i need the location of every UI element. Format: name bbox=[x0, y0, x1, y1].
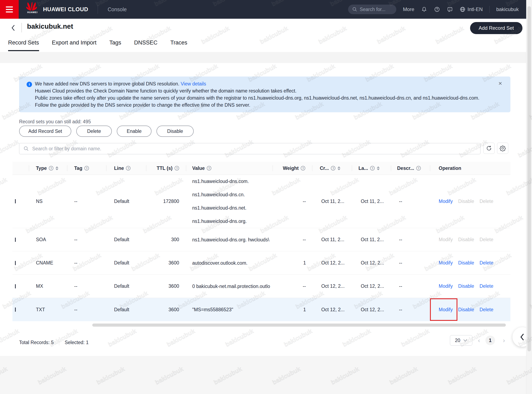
disable-link[interactable]: Disable bbox=[458, 260, 474, 266]
tab-traces[interactable]: Traces bbox=[170, 40, 187, 51]
tab-export-and-import[interactable]: Export and Import bbox=[52, 40, 97, 51]
delete-button[interactable]: Delete bbox=[76, 126, 112, 137]
search-input[interactable] bbox=[32, 146, 476, 152]
cell-ttl: 3600 bbox=[146, 275, 186, 298]
cell-line: Default bbox=[106, 298, 146, 321]
delete-link[interactable]: Delete bbox=[479, 307, 493, 312]
watermark-text: bakicubuk bbox=[317, 25, 348, 46]
view-details-link[interactable]: View details bbox=[181, 81, 206, 87]
watermark-text: bakicubuk bbox=[400, 327, 431, 348]
cell-updated: Oct 12, 2... bbox=[352, 251, 391, 275]
column-header-value: Value? bbox=[186, 162, 273, 175]
banner-close-icon[interactable]: × bbox=[498, 80, 502, 87]
page-size-select[interactable]: 20 bbox=[450, 335, 472, 346]
vertical-scrollbar[interactable] bbox=[526, 0, 532, 394]
cell-ttl: 172800 bbox=[146, 175, 186, 228]
column-label: La... bbox=[358, 166, 368, 171]
sort-icon[interactable] bbox=[338, 166, 340, 170]
table-row-soa[interactable]: SOA--Default300ns1.huaweicloud-dns.org. … bbox=[12, 228, 510, 251]
help-icon[interactable] bbox=[434, 6, 440, 12]
modify-link[interactable]: Modify bbox=[439, 199, 453, 204]
sort-up-icon bbox=[377, 166, 380, 168]
disable-button[interactable]: Disable bbox=[157, 126, 194, 137]
disable-link[interactable]: Disable bbox=[458, 307, 474, 312]
tab-dnssec[interactable]: DNSSEC bbox=[134, 40, 158, 51]
row-checkbox-partial[interactable] bbox=[15, 284, 16, 288]
feedback-icon[interactable] bbox=[447, 6, 453, 12]
cell-line: Default bbox=[106, 175, 146, 228]
checkbox-cell bbox=[12, 228, 29, 251]
checkbox-cell bbox=[12, 275, 29, 298]
help-icon[interactable]: ? bbox=[49, 166, 53, 171]
language-selector[interactable]: Intl-EN bbox=[460, 6, 483, 12]
hamburger-menu-button[interactable] bbox=[0, 0, 19, 19]
table-search-box[interactable] bbox=[19, 143, 481, 154]
row-checkbox-partial[interactable] bbox=[15, 238, 16, 242]
cell-ops: ModifyDisableDelete bbox=[430, 298, 510, 321]
help-icon[interactable]: ? bbox=[126, 166, 131, 171]
table-row-mx[interactable]: MX--Default36000 bakicubuk-net.mail.prot… bbox=[12, 275, 510, 298]
row-checkbox-partial[interactable] bbox=[15, 307, 16, 312]
help-icon[interactable]: ? bbox=[174, 166, 179, 171]
previous-page-button[interactable]: ‹ bbox=[478, 337, 480, 344]
cell-value: autodiscover.outlook.com. bbox=[186, 251, 273, 275]
page-title: bakicubuk.net bbox=[27, 22, 73, 30]
row-checkbox-partial[interactable] bbox=[15, 199, 16, 203]
modify-link[interactable]: Modify bbox=[439, 260, 453, 266]
refresh-button[interactable] bbox=[483, 143, 495, 154]
modify-link[interactable]: Modify bbox=[439, 307, 453, 312]
sort-up-icon bbox=[56, 166, 58, 168]
delete-link: Delete bbox=[479, 199, 493, 204]
gear-icon bbox=[500, 145, 506, 151]
delete-link[interactable]: Delete bbox=[479, 283, 493, 289]
table-row-cname[interactable]: CNAME--Default3600autodiscover.outlook.c… bbox=[12, 251, 510, 275]
more-menu[interactable]: More bbox=[403, 6, 414, 12]
vertical-scrollbar-thumb[interactable] bbox=[527, 6, 531, 351]
notifications-bell-icon[interactable] bbox=[421, 6, 427, 12]
sort-icon[interactable] bbox=[56, 166, 58, 170]
cell-created: Oct 12, 2... bbox=[312, 251, 352, 275]
delete-link[interactable]: Delete bbox=[479, 260, 493, 266]
column-header-weight: Weight? bbox=[273, 162, 312, 175]
watermark-text: bakicubuk bbox=[166, 327, 196, 348]
help-icon[interactable]: ? bbox=[301, 166, 305, 171]
header-search[interactable]: Search for... bbox=[348, 5, 396, 14]
horizontal-scrollbar[interactable] bbox=[92, 323, 506, 327]
chevron-left-icon bbox=[519, 333, 525, 341]
cell-type: TXT bbox=[29, 298, 67, 321]
help-icon[interactable]: ? bbox=[207, 166, 211, 171]
help-icon[interactable]: ? bbox=[331, 166, 335, 171]
section-separator-band bbox=[0, 52, 532, 63]
disable-link[interactable]: Disable bbox=[458, 283, 474, 289]
page-size-value: 20 bbox=[455, 338, 460, 343]
column-header-updated: La...? bbox=[352, 162, 391, 175]
current-page-button[interactable]: 1 bbox=[486, 336, 495, 345]
help-icon[interactable]: ? bbox=[84, 166, 89, 171]
modify-link: Modify bbox=[439, 237, 453, 242]
tab-record-sets[interactable]: Record Sets bbox=[8, 40, 39, 51]
column-label: Tag bbox=[74, 166, 82, 171]
add-record-set-button[interactable]: Add Record Set bbox=[19, 126, 71, 137]
tab-tags[interactable]: Tags bbox=[109, 40, 121, 51]
enable-button[interactable]: Enable bbox=[117, 126, 152, 137]
locale-label: Intl-EN bbox=[468, 6, 483, 12]
table-row-txt[interactable]: TXT--Default3600"MS=ms55886523"1Oct 12, … bbox=[12, 298, 510, 321]
help-icon[interactable]: ? bbox=[370, 166, 375, 171]
next-page-button[interactable]: › bbox=[503, 337, 505, 344]
console-link[interactable]: Console bbox=[108, 0, 127, 19]
account-username[interactable]: bakicubuk bbox=[496, 6, 519, 12]
watermark-text: bakicubuk bbox=[435, 25, 465, 46]
search-icon bbox=[352, 7, 357, 12]
modify-link[interactable]: Modify bbox=[439, 283, 453, 289]
column-settings-button[interactable] bbox=[497, 143, 508, 154]
row-checkbox-partial[interactable] bbox=[15, 261, 16, 265]
help-icon[interactable]: ? bbox=[416, 166, 421, 171]
back-button[interactable] bbox=[11, 24, 18, 32]
add-record-set-button-top[interactable]: Add Record Set bbox=[470, 22, 522, 34]
cell-line: Default bbox=[106, 228, 146, 251]
cell-tag: -- bbox=[67, 275, 106, 298]
table-row-ns[interactable]: NS--Default172800ns1.huaweicloud-dns.com… bbox=[12, 175, 510, 228]
table-footer-summary: Total Records: 5 Selected: 1 bbox=[19, 340, 88, 345]
sort-icon[interactable] bbox=[377, 166, 380, 170]
value-line: ns1.huaweicloud-dns.org. hwclouds\ bbox=[192, 233, 269, 246]
